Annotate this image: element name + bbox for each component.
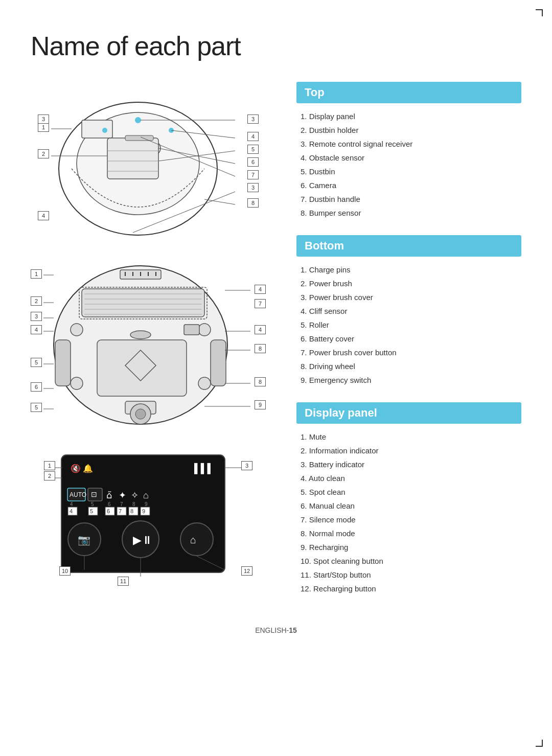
svg-text:🔔: 🔔: [83, 464, 93, 473]
svg-text:6: 6: [107, 508, 110, 514]
disp-num-3: 3: [241, 461, 252, 470]
svg-text:4: 4: [70, 508, 73, 514]
bottom-section: Bottom 1. Charge pins 2. Power brush 3. …: [296, 235, 521, 387]
bot-item-5: 5. Roller: [301, 318, 521, 332]
disp-item-4: 4. Auto clean: [301, 471, 521, 485]
bottom-section-header: Bottom: [296, 235, 521, 257]
page-footer: ENGLISH-15: [31, 626, 521, 634]
svg-text:5: 5: [90, 508, 93, 514]
disp-item-9: 9. Recharging: [301, 540, 521, 554]
num-1-bot: 1: [31, 269, 42, 279]
svg-rect-29: [82, 289, 204, 317]
top-diagram: 1 2 3 3 4 5 6 7 3 8 4: [31, 82, 266, 245]
bottom-section-list: 1. Charge pins 2. Power brush 3. Power b…: [296, 263, 521, 387]
num-6-top: 6: [247, 157, 259, 167]
num-9-bot: 9: [255, 400, 266, 409]
svg-point-37: [198, 324, 211, 336]
disp-item-1: 1. Mute: [301, 430, 521, 444]
top-item-6: 6. Camera: [301, 178, 521, 192]
labels-column: Top 1. Display panel 2. Dustbin holder 3…: [296, 82, 521, 595]
corner-top-right: [536, 9, 543, 16]
display-section: Display panel 1. Mute 2. Information ind…: [296, 402, 521, 595]
top-item-7: 7. Dustbin handle: [301, 192, 521, 206]
top-item-5: 5. Dustbin: [301, 165, 521, 178]
bot-item-4: 4. Cliff sensor: [301, 304, 521, 318]
num-2-top: 2: [38, 149, 49, 158]
svg-point-39: [198, 377, 211, 390]
top-item-3: 3. Remote control signal receiver: [301, 137, 521, 151]
svg-text:▌▌▌: ▌▌▌: [194, 463, 214, 474]
bottom-diagram: 1 2 3 4 5 6 5 4 7 4 8 8 9: [31, 256, 266, 440]
disp-item-7: 7. Silence mode: [301, 513, 521, 526]
num-3-top-a: 3: [38, 114, 49, 124]
num-4-top: 4: [247, 132, 259, 141]
bot-item-1: 1. Charge pins: [301, 263, 521, 277]
svg-rect-44: [211, 340, 226, 386]
footer-text: ENGLISH-15: [255, 626, 297, 634]
disp-item-3: 3. Battery indicator: [301, 457, 521, 471]
num-3-top-b: 3: [247, 114, 259, 124]
svg-rect-6: [125, 135, 153, 141]
content-area: 1 2 3 3 4 5 6 7 3 8 4: [31, 82, 521, 595]
top-item-1: 1. Display panel: [301, 109, 521, 123]
bot-item-8: 8. Driving wheel: [301, 359, 521, 373]
num-1-top: 1: [38, 123, 49, 132]
disp-item-8: 8. Normal mode: [301, 526, 521, 540]
footer-page-num: 15: [289, 626, 297, 634]
bot-item-7: 7. Power brush cover button: [301, 346, 521, 359]
top-item-4: 4. Obstacle sensor: [301, 151, 521, 165]
top-section-list: 1. Display panel 2. Dustbin holder 3. Re…: [296, 109, 521, 220]
svg-text:AUTO: AUTO: [70, 491, 86, 498]
disp-num-2: 2: [44, 471, 55, 480]
svg-rect-2: [82, 120, 112, 138]
num-8-top: 8: [247, 198, 259, 208]
disp-item-6: 6. Manual clean: [301, 499, 521, 513]
svg-point-36: [71, 324, 83, 336]
num-5-bot: 5: [31, 358, 42, 367]
display-section-list: 1. Mute 2. Information indicator 3. Batt…: [296, 430, 521, 595]
bot-item-6: 6. Battery cover: [301, 332, 521, 346]
disp-item-12: 12. Recharging button: [301, 582, 521, 595]
num-4-top-b: 4: [38, 211, 49, 220]
corner-bottom-right: [536, 740, 543, 747]
svg-text:✧: ✧: [131, 490, 139, 500]
disp-item-5: 5. Spot clean: [301, 485, 521, 499]
num-3-top-c: 3: [247, 183, 259, 192]
diagrams-column: 1 2 3 3 4 5 6 7 3 8 4: [31, 82, 276, 595]
disp-num-11: 11: [118, 577, 129, 586]
num-4-bot-r2: 4: [255, 325, 266, 334]
svg-text:▶⏸: ▶⏸: [133, 534, 153, 546]
svg-text:4: 4: [70, 501, 73, 507]
num-2-bot: 2: [31, 296, 42, 306]
svg-text:6: 6: [108, 501, 111, 507]
bot-item-9: 9. Emergency switch: [301, 373, 521, 387]
num-7-bot: 7: [255, 299, 266, 308]
svg-text:8: 8: [132, 501, 135, 507]
svg-text:7: 7: [119, 508, 122, 514]
svg-text:8: 8: [130, 508, 133, 514]
display-section-header: Display panel: [296, 402, 521, 424]
page-title: Name of each part: [31, 31, 521, 61]
svg-point-83: [180, 523, 213, 556]
display-diagram: 🔇 🔔 ▌▌▌ AUTO ⊡ ⌂̃ ✦ ✧ ⌂ 4: [31, 450, 266, 593]
disp-num-12: 12: [241, 566, 252, 576]
bot-item-2: 2. Power brush: [301, 277, 521, 290]
svg-text:✦: ✦: [119, 490, 126, 500]
svg-point-38: [71, 377, 83, 390]
top-diagram-svg: [31, 82, 266, 245]
svg-rect-41: [97, 340, 187, 396]
num-8-bot: 8: [255, 344, 266, 353]
num-3-bot: 3: [31, 312, 42, 321]
num-5-bot-b: 5: [31, 403, 42, 412]
num-6-bot: 6: [31, 382, 42, 392]
num-7-top: 7: [247, 170, 259, 179]
svg-text:⌂: ⌂: [190, 534, 196, 545]
bottom-diagram-svg: [31, 256, 266, 440]
disp-item-11: 11. Start/Stop button: [301, 568, 521, 582]
top-section: Top 1. Display panel 2. Dustbin holder 3…: [296, 82, 521, 220]
svg-point-9: [135, 117, 141, 123]
svg-rect-5: [107, 138, 158, 179]
disp-item-2: 2. Information indicator: [301, 444, 521, 457]
svg-rect-46: [184, 325, 199, 335]
bot-item-3: 3. Power brush cover: [301, 290, 521, 304]
